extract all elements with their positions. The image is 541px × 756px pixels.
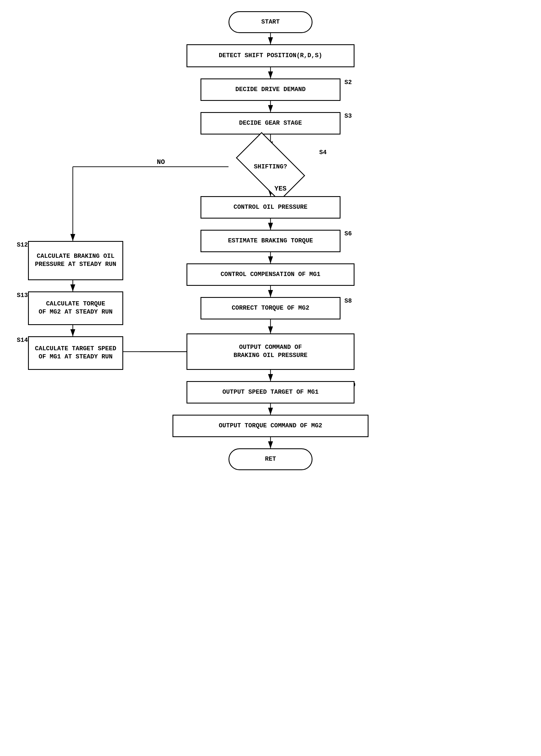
s3-label: DECIDE GEAR STAGE (239, 119, 302, 127)
start-node: START (229, 11, 312, 33)
ret-label: RET (265, 455, 276, 463)
ret-node: RET (229, 448, 312, 470)
s6-node: ESTIMATE BRAKING TORQUE (201, 230, 340, 252)
s2-label: DECIDE DRIVE DEMAND (236, 86, 306, 94)
s1-label: DETECT SHIFT POSITION(R,D,S) (219, 52, 322, 60)
s14-node: CALCULATE TARGET SPEEDOF MG1 AT STEADY R… (28, 336, 123, 370)
s4-diamond: SHIFTING? (229, 149, 312, 185)
no-label: NO (157, 158, 165, 166)
s8-node: CORRECT TORQUE OF MG2 (201, 297, 340, 319)
s14-label: CALCULATE TARGET SPEEDOF MG1 AT STEADY R… (35, 345, 116, 361)
s12-node: CALCULATE BRAKING OILPRESSURE AT STEADY … (28, 241, 123, 280)
s9-label: OUTPUT COMMAND OFBRAKING OIL PRESSURE (234, 344, 307, 360)
s1-node: DETECT SHIFT POSITION(R,D,S) (187, 44, 354, 67)
start-label: START (261, 18, 280, 26)
step-label-s2: S2 (344, 79, 352, 86)
s5-node: CONTROL OIL PRESSURE (201, 196, 340, 219)
s9-node: OUTPUT COMMAND OFBRAKING OIL PRESSURE (187, 333, 354, 370)
step-label-s6: S6 (344, 230, 352, 237)
step-label-s14: S14 (17, 337, 28, 344)
s10-node: OUTPUT SPEED TARGET OF MG1 (187, 381, 354, 403)
s2-node: DECIDE DRIVE DEMAND (201, 78, 340, 101)
step-label-s8: S8 (344, 298, 352, 305)
s7-label: CONTROL COMPENSATION OF MG1 (221, 271, 320, 279)
s10-label: OUTPUT SPEED TARGET OF MG1 (222, 388, 318, 396)
flowchart: START S1 DETECT SHIFT POSITION(R,D,S) S2… (0, 0, 541, 756)
s8-label: CORRECT TORQUE OF MG2 (232, 304, 309, 312)
step-label-s3: S3 (344, 113, 352, 120)
step-label-s4: S4 (319, 149, 326, 156)
step-label-s12: S12 (17, 242, 28, 249)
s11-node: OUTPUT TORQUE COMMAND OF MG2 (173, 415, 368, 437)
step-label-s13: S13 (17, 292, 28, 299)
yes-label: YES (274, 185, 286, 193)
s4-label: SHIFTING? (254, 163, 287, 170)
s5-label: CONTROL OIL PRESSURE (234, 203, 307, 212)
s13-label: CALCULATE TORQUEOF MG2 AT STEADY RUN (39, 300, 113, 316)
s3-node: DECIDE GEAR STAGE (201, 112, 340, 134)
s13-node: CALCULATE TORQUEOF MG2 AT STEADY RUN (28, 291, 123, 325)
s12-label: CALCULATE BRAKING OILPRESSURE AT STEADY … (35, 252, 116, 268)
s7-node: CONTROL COMPENSATION OF MG1 (187, 263, 354, 286)
s6-label: ESTIMATE BRAKING TORQUE (228, 237, 313, 245)
s11-label: OUTPUT TORQUE COMMAND OF MG2 (219, 422, 322, 430)
